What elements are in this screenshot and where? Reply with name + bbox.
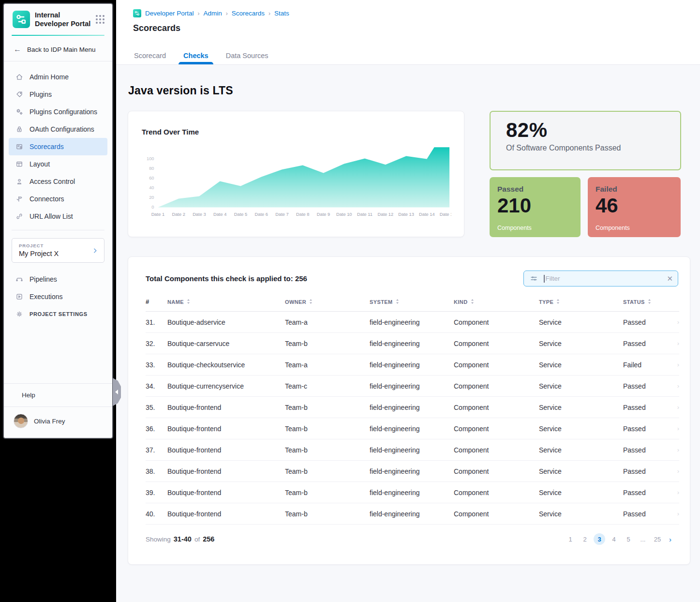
page-button-2[interactable]: 2 (579, 533, 591, 545)
cell-name: Boutique-frontend (167, 439, 285, 461)
cell-owner: Team-a (285, 312, 370, 333)
project-nav: PipelinesExecutionsPROJECT SETTINGS (4, 271, 112, 323)
passed-value: 210 (497, 195, 573, 217)
user-menu[interactable]: Olivia Frey (4, 407, 112, 438)
cell-system: field-engineering (370, 354, 454, 376)
row-number: 32. (146, 333, 167, 354)
sidebar-item-executions[interactable]: Executions (9, 288, 107, 305)
cell-system: field-engineering (370, 461, 454, 482)
sidebar-item-plugins-configurations[interactable]: Plugins Configurations (9, 103, 107, 120)
passed-label: Passed (497, 185, 573, 194)
sort-icon[interactable] (186, 299, 191, 305)
table-row[interactable]: 33.Boutique-checkoutserviceTeam-afield-e… (146, 354, 679, 376)
pipeline-icon (15, 275, 23, 283)
cell-status: Passed (623, 503, 671, 525)
svg-text:0: 0 (151, 205, 154, 210)
row-number: 34. (146, 376, 167, 397)
page-button-4[interactable]: 4 (608, 533, 620, 545)
table-row[interactable]: 36.Boutique-frontendTeam-bfield-engineer… (146, 418, 679, 439)
tab-data-sources[interactable]: Data Sources (226, 47, 268, 64)
cell-kind: Component (454, 312, 539, 333)
row-number: 40. (146, 503, 167, 525)
cell-name: Boutique-frontend (167, 418, 285, 439)
sidebar-nav: Admin HomePluginsPlugins ConfigurationsO… (4, 61, 112, 230)
column-header-owner[interactable]: OWNER (285, 298, 370, 312)
sidebar-item-oauth-configurations[interactable]: OAuth Configurations (9, 120, 107, 138)
page-button-25[interactable]: 25 (652, 533, 663, 545)
passed-card: Passed 210 Components (490, 177, 581, 237)
cell-kind: Component (454, 461, 539, 482)
cell-status: Passed (623, 397, 671, 418)
close-icon[interactable]: ✕ (667, 275, 673, 282)
cell-name: Boutique-frontend (167, 503, 285, 525)
table-row[interactable]: 40.Boutique-frontendTeam-bfield-engineer… (146, 503, 679, 525)
column-header-type[interactable]: TYPE (539, 298, 623, 312)
sidebar-item-connectors[interactable]: Connectors (9, 190, 107, 208)
breadcrumb-link-scorecards[interactable]: Scorecards (232, 10, 265, 17)
project-selector[interactable]: PROJECT My Project X (12, 238, 104, 263)
next-page-button[interactable]: › (669, 535, 671, 543)
sidebar-item-help[interactable]: Help (4, 384, 112, 406)
column-header-name[interactable]: NAME (167, 298, 285, 312)
back-label: Back to IDP Main Menu (27, 46, 96, 53)
cell-owner: Team-b (285, 461, 370, 482)
back-to-idp-main-menu[interactable]: ← Back to IDP Main Menu (4, 36, 112, 61)
avatar (14, 414, 28, 428)
showing-total: 256 (203, 535, 214, 543)
sidebar-item-plugins[interactable]: Plugins (9, 86, 107, 103)
table-row[interactable]: 35.Boutique-frontendTeam-bfield-engineer… (146, 397, 679, 418)
row-chevron-icon: › (671, 418, 679, 439)
cell-kind: Component (454, 439, 539, 461)
table-row[interactable]: 31.Boutique-adserviceTeam-afield-enginee… (146, 312, 679, 333)
breadcrumb: Developer Portal›Admin›Scorecards›Stats (133, 9, 289, 17)
chevron-right-icon (91, 247, 99, 255)
app-switcher-icon[interactable] (96, 15, 104, 24)
table-row[interactable]: 38.Boutique-frontendTeam-bfield-engineer… (146, 461, 679, 482)
sidebar-item-scorecards[interactable]: Scorecards (9, 138, 107, 155)
tab-scorecard[interactable]: Scorecard (134, 47, 166, 64)
app-logo-row: Internal Developer Portal (4, 4, 112, 33)
tab-checks[interactable]: Checks (183, 47, 209, 64)
sidebar-item-admin-home[interactable]: Admin Home (9, 68, 107, 86)
svg-text:Date 6: Date 6 (255, 212, 268, 217)
table-row[interactable]: 37.Boutique-frontendTeam-bfield-engineer… (146, 439, 679, 461)
percent-passed-card: 82% Of Software Components Passed (490, 111, 681, 170)
row-number: 35. (146, 397, 167, 418)
sort-icon[interactable] (470, 299, 475, 305)
idp-logo-icon (13, 11, 30, 28)
sort-icon[interactable] (647, 299, 652, 305)
breadcrumb-link-admin[interactable]: Admin (204, 10, 222, 17)
trend-area-chart: 020406080100Date 1Date 2Date 3Date 4Date… (142, 141, 450, 225)
table-row[interactable]: 39.Boutique-frontendTeam-bfield-engineer… (146, 482, 679, 503)
scorecard-icon (15, 143, 23, 150)
sort-icon[interactable] (309, 299, 313, 305)
link-icon (15, 212, 23, 220)
sidebar-item-layout[interactable]: Layout (9, 155, 107, 173)
filter-input[interactable] (545, 275, 667, 282)
cell-type: Service (539, 354, 623, 376)
sidebar-item-url-allow-list[interactable]: URL Allow List (9, 208, 107, 225)
sidebar-item-project-settings[interactable]: PROJECT SETTINGS (9, 305, 107, 323)
table-row[interactable]: 32.Boutique-carservuceTeam-bfield-engine… (146, 333, 679, 354)
divider (12, 230, 104, 230)
showing-range: 31-40 (174, 535, 192, 543)
sidebar-item-label: Pipelines (30, 275, 57, 283)
sort-icon[interactable] (395, 299, 400, 305)
breadcrumb-link-developer-portal[interactable]: Developer Portal (145, 10, 194, 17)
svg-text:100: 100 (147, 156, 154, 161)
sidebar-item-pipelines[interactable]: Pipelines (9, 271, 107, 288)
sidebar-item-access-control[interactable]: Access Control (9, 173, 107, 190)
breadcrumb-separator: › (226, 10, 228, 17)
svg-text:Date 13: Date 13 (398, 212, 414, 217)
column-header-kind[interactable]: KIND (454, 298, 539, 312)
breadcrumb-link-stats[interactable]: Stats (274, 10, 289, 17)
cell-owner: Team-b (285, 418, 370, 439)
column-header-status[interactable]: STATUS (623, 298, 671, 312)
page-button-5[interactable]: 5 (623, 533, 634, 545)
column-header-system[interactable]: SYSTEM (370, 298, 454, 312)
sort-icon[interactable] (556, 299, 560, 305)
page-button-1[interactable]: 1 (565, 533, 576, 545)
filter-box[interactable]: ✕ (523, 271, 678, 286)
table-row[interactable]: 34.Boutique-currencyserviceTeam-cfield-e… (146, 376, 679, 397)
page-button-3[interactable]: 3 (594, 533, 605, 545)
